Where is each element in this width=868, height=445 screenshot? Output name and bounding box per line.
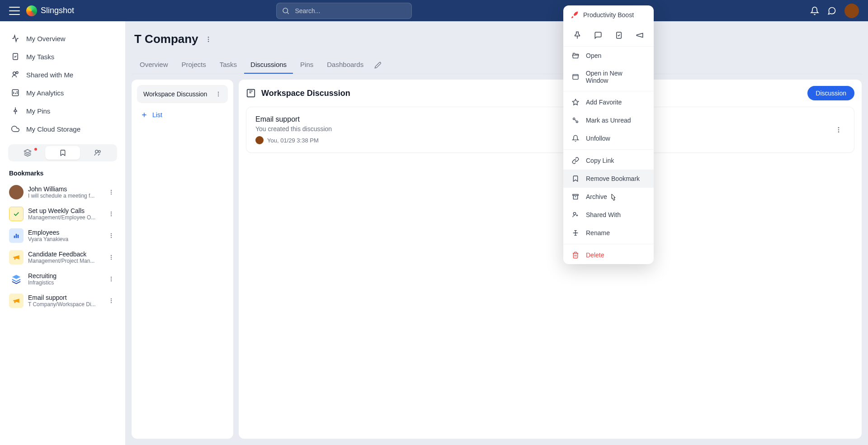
seg-layers[interactable] bbox=[10, 146, 45, 160]
ctx-delete[interactable]: Delete bbox=[563, 246, 654, 264]
search-input[interactable] bbox=[276, 3, 412, 19]
svg-rect-14 bbox=[16, 234, 17, 238]
analytics-icon bbox=[11, 88, 20, 97]
nav-label: My Pins bbox=[26, 107, 50, 115]
ctx-add-favorite[interactable]: Add Favorite bbox=[563, 93, 654, 111]
svg-point-19 bbox=[111, 255, 112, 256]
tab-overview[interactable]: Overview bbox=[133, 56, 175, 74]
more-icon[interactable] bbox=[106, 274, 116, 284]
more-icon[interactable] bbox=[106, 231, 116, 241]
ctx-copy-link[interactable]: Copy Link bbox=[563, 151, 654, 170]
ctx-shared-with[interactable]: Shared With bbox=[563, 206, 654, 224]
task-icon[interactable] bbox=[613, 29, 625, 42]
bookmark-employees[interactable]: Employees Vyara Yanakieva bbox=[5, 225, 121, 246]
add-list-button[interactable]: List bbox=[137, 107, 228, 123]
nav-my-pins[interactable]: My Pins bbox=[5, 102, 121, 120]
bookmark-sub: Management/Project Man... bbox=[28, 258, 102, 264]
svg-point-9 bbox=[111, 194, 112, 194]
bookmark-candidate-feedback[interactable]: Candidate Feedback Management/Project Ma… bbox=[5, 246, 121, 268]
app-logo[interactable]: Slingshot bbox=[26, 5, 74, 16]
discussion-detail-panel: Workspace Discussion Discussion Email su… bbox=[239, 80, 862, 439]
svg-point-43 bbox=[573, 213, 576, 215]
context-menu: Productivity Boost Open Open in New Wind… bbox=[563, 5, 654, 264]
tab-dashboards[interactable]: Dashboards bbox=[321, 56, 370, 74]
chart-icon bbox=[9, 228, 24, 243]
tab-discussions[interactable]: Discussions bbox=[244, 56, 293, 74]
bookmark-weekly-calls[interactable]: Set up Weekly Calls Management/Employee … bbox=[5, 203, 121, 225]
svg-point-16 bbox=[111, 233, 112, 234]
more-icon[interactable] bbox=[106, 252, 116, 262]
nav-my-cloud-storage[interactable]: My Cloud Storage bbox=[5, 120, 121, 138]
nav-label: Shared with Me bbox=[26, 71, 73, 79]
discussion-card[interactable]: Email support You created this discussio… bbox=[246, 107, 854, 153]
more-icon[interactable] bbox=[106, 296, 116, 306]
nav-my-overview[interactable]: My Overview bbox=[5, 29, 121, 47]
pin-icon[interactable] bbox=[571, 29, 584, 42]
svg-point-3 bbox=[16, 71, 19, 74]
tab-tasks[interactable]: Tasks bbox=[213, 56, 243, 74]
rocket-icon bbox=[571, 11, 579, 19]
ctx-rename[interactable]: Rename bbox=[563, 224, 654, 242]
ctx-open-new-window[interactable]: Open in New Window bbox=[563, 65, 654, 89]
bookmark-john-williams[interactable]: John Williams I will schedule a meeting … bbox=[5, 181, 121, 203]
bookmark-email-support[interactable]: Email support T Company/Workspace Di... bbox=[5, 290, 121, 312]
nav-label: My Cloud Storage bbox=[26, 125, 80, 133]
discussion-title: Email support bbox=[255, 115, 832, 123]
svg-point-18 bbox=[111, 237, 112, 238]
task-icon bbox=[9, 207, 24, 221]
ctx-mark-unread[interactable]: Mark as Unread bbox=[563, 111, 654, 129]
chat-icon[interactable] bbox=[827, 6, 836, 15]
hamburger-menu[interactable] bbox=[9, 7, 20, 15]
bookmark-sub: Vyara Yanakieva bbox=[28, 236, 102, 242]
search-icon bbox=[282, 7, 290, 15]
bookmark-recruiting[interactable]: Recruiting Infragistics bbox=[5, 268, 121, 290]
announce-icon[interactable] bbox=[633, 29, 646, 42]
layers-icon bbox=[9, 272, 24, 286]
bookmark-title: John Williams bbox=[28, 185, 102, 193]
seg-people[interactable] bbox=[80, 146, 115, 160]
nav-shared-with-me[interactable]: Shared with Me bbox=[5, 66, 121, 84]
new-discussion-button[interactable]: Discussion bbox=[807, 86, 854, 100]
ctx-label: Unfollow bbox=[586, 135, 610, 142]
svg-point-29 bbox=[208, 38, 209, 40]
notification-icon[interactable] bbox=[810, 6, 819, 15]
logo-icon bbox=[26, 5, 37, 16]
svg-point-25 bbox=[111, 298, 112, 299]
bookmark-sub: Management/Employee O... bbox=[28, 214, 102, 221]
bookmark-sub: I will schedule a meeting f... bbox=[28, 193, 102, 199]
ctx-unfollow[interactable]: Unfollow bbox=[563, 129, 654, 147]
nav-my-tasks[interactable]: My Tasks bbox=[5, 47, 121, 66]
edit-tabs-icon[interactable] bbox=[371, 58, 385, 72]
link-icon bbox=[571, 156, 580, 165]
ctx-remove-bookmark[interactable]: Remove Bookmark bbox=[563, 170, 654, 188]
nav-my-analytics[interactable]: My Analytics bbox=[5, 84, 121, 102]
more-icon[interactable] bbox=[215, 91, 222, 97]
discussion-timestamp: You, 01/29 3:38 PM bbox=[267, 137, 319, 144]
ctx-label: Archive bbox=[586, 193, 607, 200]
view-switcher bbox=[8, 144, 117, 161]
ctx-archive[interactable]: Archive bbox=[563, 188, 654, 206]
bookmark-title: Candidate Feedback bbox=[28, 251, 102, 258]
comment-icon[interactable] bbox=[592, 29, 604, 42]
ctx-label: Copy Link bbox=[586, 157, 614, 164]
tab-pins[interactable]: Pins bbox=[294, 56, 320, 74]
svg-point-41 bbox=[576, 121, 578, 123]
discussion-more-icon[interactable] bbox=[832, 123, 845, 136]
svg-point-8 bbox=[111, 192, 112, 193]
bookmark-title: Set up Weekly Calls bbox=[28, 207, 102, 214]
more-icon[interactable] bbox=[106, 209, 116, 219]
svg-point-32 bbox=[218, 94, 219, 95]
ctx-open[interactable]: Open bbox=[563, 47, 654, 65]
user-avatar[interactable] bbox=[844, 4, 859, 18]
discussion-list-item[interactable]: Workspace Discussion bbox=[137, 85, 228, 103]
bell-icon bbox=[571, 134, 580, 142]
ctx-label: Shared With bbox=[586, 211, 621, 218]
bookmark-sub: T Company/Workspace Di... bbox=[28, 301, 102, 308]
more-icon[interactable] bbox=[106, 187, 116, 197]
workspace-tabs: Overview Projects Tasks Discussions Pins… bbox=[132, 56, 862, 74]
ctx-label: Open in New Window bbox=[586, 70, 646, 84]
tab-projects[interactable]: Projects bbox=[175, 56, 212, 74]
workspace-more-icon[interactable] bbox=[205, 36, 212, 43]
seg-bookmarks[interactable] bbox=[45, 146, 80, 160]
svg-point-23 bbox=[111, 279, 112, 279]
